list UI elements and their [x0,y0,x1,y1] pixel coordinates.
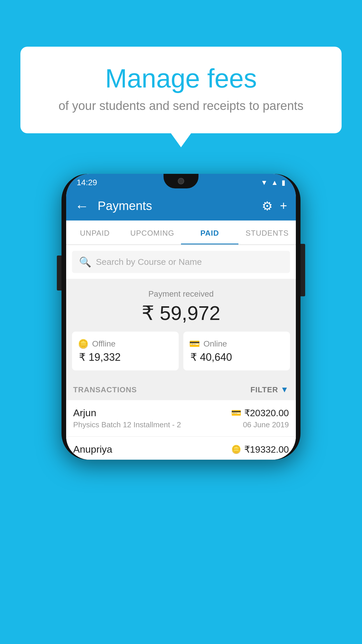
filter-button[interactable]: FILTER ▼ [250,385,289,394]
offline-label: Offline [92,339,115,349]
offline-amount: ₹ 19,332 [78,351,121,363]
back-button[interactable]: ← [75,198,89,214]
status-time: 14:29 [77,178,97,187]
battery-icon: ▮ [282,178,285,187]
app-bar-actions: ⚙ + [262,199,287,213]
transactions-header: TRANSACTIONS FILTER ▼ [66,379,296,400]
payment-received-label: Payment received [72,289,290,299]
online-label-wrapper: 💳 Online [189,339,227,349]
bubble-subtitle: of your students and send receipts to pa… [44,99,318,113]
tab-paid[interactable]: PAID [181,220,238,244]
table-row[interactable]: Anupriya 🪙 ₹19332.00 [66,437,296,460]
transaction-name: Arjun [73,407,96,419]
transaction-amount-wrapper-2: 🪙 ₹19332.00 [231,444,289,455]
add-button[interactable]: + [280,199,287,213]
transactions-label: TRANSACTIONS [73,385,137,394]
cash-icon: 🪙 [231,444,241,454]
search-bar: 🔍 Search by Course or Name [66,245,296,279]
transaction-amount-2: ₹19332.00 [244,444,289,455]
offline-icon: 🪙 [78,339,89,349]
online-card: 💳 Online ₹ 40,640 [183,332,290,370]
tabs-bar: UNPAID UPCOMING PAID STUDENTS [66,220,296,245]
notch-camera [178,178,184,184]
payment-cards: 🪙 Offline ₹ 19,332 💳 Online ₹ 40,640 [72,332,290,370]
filter-label: FILTER [250,385,278,394]
tab-unpaid[interactable]: UNPAID [66,220,124,244]
online-label: Online [203,339,227,349]
online-icon: 💳 [189,339,200,349]
phone-inner: 14:29 ▼ ▲ ▮ ← Payments ⚙ [66,174,296,460]
table-row[interactable]: Arjun 💳 ₹20320.00 Physics Batch 12 Insta… [66,400,296,437]
phone-mockup: 14:29 ▼ ▲ ▮ ← Payments ⚙ [61,169,301,464]
transaction-amount-wrapper: 💳 ₹20320.00 [231,407,289,419]
offline-label-wrapper: 🪙 Offline [78,339,115,349]
transaction-name-2: Anupriya [73,444,112,455]
transaction-date: 06 June 2019 [243,420,289,429]
payment-amount: ₹ 59,972 [72,302,290,325]
filter-icon: ▼ [280,385,289,394]
tab-upcoming[interactable]: UPCOMING [124,220,181,244]
transaction-row-bottom: Physics Batch 12 Installment - 2 06 June… [73,420,289,429]
status-bar: 14:29 ▼ ▲ ▮ [66,174,296,191]
speech-bubble: Manage fees of your students and send re… [20,47,342,133]
phone-outer: 14:29 ▼ ▲ ▮ ← Payments ⚙ [61,174,301,460]
payment-summary: Payment received ₹ 59,972 🪙 Offline ₹ 19… [66,279,296,379]
search-input[interactable]: Search by Course or Name [96,257,202,267]
status-icons: ▼ ▲ ▮ [261,178,285,187]
wifi-icon: ▼ [261,178,268,187]
transaction-desc: Physics Batch 12 Installment - 2 [73,420,181,429]
bubble-title: Manage fees [44,64,318,93]
screen: 14:29 ▼ ▲ ▮ ← Payments ⚙ [66,174,296,460]
signal-icon: ▲ [271,178,278,187]
search-icon: 🔍 [79,256,91,268]
tab-students[interactable]: STUDENTS [238,220,296,244]
search-input-wrapper[interactable]: 🔍 Search by Course or Name [72,251,290,273]
transaction-row-top: Arjun 💳 ₹20320.00 [73,407,289,419]
online-amount: ₹ 40,640 [189,351,232,363]
app-title: Payments [98,199,256,213]
app-bar: ← Payments ⚙ + [66,191,296,220]
transaction-amount: ₹20320.00 [244,407,289,419]
notch [164,174,198,188]
settings-icon[interactable]: ⚙ [262,199,273,213]
offline-card: 🪙 Offline ₹ 19,332 [72,332,179,370]
card-icon: 💳 [231,408,241,418]
transaction-row-top-2: Anupriya 🪙 ₹19332.00 [73,444,289,455]
